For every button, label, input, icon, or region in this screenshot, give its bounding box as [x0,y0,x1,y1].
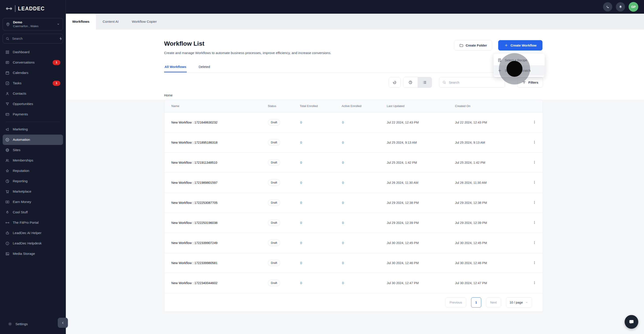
avatar[interactable]: GP [628,2,638,12]
tab-content-ai[interactable]: Content AI [96,14,125,30]
breadcrumb[interactable]: Home [164,94,644,97]
row-actions-button[interactable] [531,119,538,126]
sidebar-item-calendars[interactable]: Calendars [3,68,63,78]
active-enrolled-value[interactable]: 0 [342,121,387,124]
row-actions-button[interactable] [531,179,538,187]
sidebar-item-payments[interactable]: Payments [3,109,63,120]
enrollment-history-button[interactable] [389,77,401,88]
workflow-name[interactable]: New Workflow : 1722340044602 [171,281,268,285]
table-row[interactable]: New Workflow : 1721911348510 Draft 0 0 J… [164,153,543,173]
tab-workflow-copier[interactable]: Workflow Copier [125,14,163,30]
total-enrolled-value[interactable]: 0 [300,281,342,285]
sidebar-item-tasks[interactable]: Tasks 1 [3,78,63,88]
quick-actions-bolt-icon[interactable] [58,36,63,41]
workflow-name[interactable]: New Workflow : 1722253087705 [171,201,268,205]
active-enrolled-value[interactable]: 0 [342,241,387,245]
total-enrolled-value[interactable]: 0 [300,141,342,144]
workflow-search-input[interactable] [448,80,502,84]
active-enrolled-value[interactable]: 0 [342,221,387,225]
total-enrolled-value[interactable]: 0 [300,181,342,185]
notifications-button[interactable] [616,2,625,12]
row-actions-button[interactable] [531,259,538,267]
workflow-name[interactable]: New Workflow : 1721911348510 [171,161,268,164]
sidebar-item-media-storage[interactable]: Media Storage [3,249,63,259]
sidebar-item-reputation[interactable]: Reputation [3,166,63,176]
row-actions-button[interactable] [531,219,538,227]
list-view-button[interactable] [418,77,432,88]
sidebar-item-helpdesk[interactable]: LeadDec Helpdesk [3,238,63,249]
chat-launcher-button[interactable] [624,315,638,329]
total-enrolled-value[interactable]: 0 [300,121,342,124]
active-enrolled-value[interactable]: 0 [342,201,387,205]
sidebar-item-conversations[interactable]: Conversations 1 [3,57,63,68]
table-row[interactable]: New Workflow : 1722340044602 Draft 0 0 J… [164,273,543,293]
active-enrolled-value[interactable]: 0 [342,161,387,164]
table-row[interactable]: New Workflow : 1721895186318 Draft 0 0 J… [164,133,543,153]
active-enrolled-value[interactable]: 0 [342,141,387,144]
total-enrolled-value[interactable]: 0 [300,201,342,205]
table-row[interactable]: New Workflow : 1722339907249 Draft 0 0 J… [164,233,543,253]
row-actions-button[interactable] [531,279,538,287]
sidebar-item-settings[interactable]: Settings [5,319,60,329]
table-row[interactable]: New Workflow : 1722339980581 Draft 0 0 J… [164,253,543,273]
row-actions-button[interactable] [531,139,538,146]
workflow-search[interactable] [439,77,505,88]
total-enrolled-value[interactable]: 0 [300,241,342,245]
total-enrolled-value[interactable]: 0 [300,261,342,265]
active-enrolled-value[interactable]: 0 [342,281,387,285]
tab-deleted[interactable]: Deleted [198,63,210,72]
column-header-last-updated[interactable]: Last Updated [387,104,455,108]
phone-button[interactable] [603,2,612,12]
sidebar-search[interactable] [3,34,63,44]
sidebar-item-reporting[interactable]: Reporting [3,176,63,187]
filters-button[interactable]: Filters [517,77,543,88]
sidebar-item-earn-money[interactable]: Earn Money [3,197,63,207]
sidebar-item-dashboard[interactable]: Dashboard [3,47,63,57]
workflow-name[interactable]: New Workflow : 1722339907249 [171,241,268,245]
sidebar-item-contacts[interactable]: Contacts [3,88,63,99]
next-page-button[interactable]: Next [486,298,501,307]
column-header-status[interactable]: Status [268,104,300,108]
recent-view-button[interactable] [404,77,418,88]
tab-all-workflows[interactable]: All Workflows [164,63,187,72]
row-actions-button[interactable] [531,239,538,247]
sidebar-collapse-button[interactable] [58,318,68,328]
sidebar-item-opportunities[interactable]: Opportunities [3,99,63,109]
row-actions-button[interactable] [531,159,538,166]
column-header-active-enrolled[interactable]: Active Enrolled [342,104,387,108]
sidebar-item-cool-stuff[interactable]: Cool Stuff [3,207,63,218]
location-switcher[interactable]: Demo Caernarfon , Wales [3,18,63,31]
tab-workflows[interactable]: Workflows [66,14,96,30]
column-header-total-enrolled[interactable]: Total Enrolled [300,104,342,108]
table-row[interactable]: New Workflow : 1722253087705 Draft 0 0 J… [164,193,543,213]
total-enrolled-value[interactable]: 0 [300,161,342,164]
create-folder-button[interactable]: Create Folder [454,40,492,51]
workflow-name[interactable]: New Workflow : 1721895186318 [171,141,268,144]
table-row[interactable]: New Workflow : 1721648630232 Draft 0 0 J… [164,112,543,133]
column-header-created-on[interactable]: Created On [455,104,531,108]
sidebar-item-sites[interactable]: Sites [3,145,63,155]
workflow-name[interactable]: New Workflow : 1721989801597 [171,181,268,185]
active-enrolled-value[interactable]: 0 [342,261,387,265]
sidebar-search-input[interactable] [12,36,56,41]
workflow-name[interactable]: New Workflow : 1721648630232 [171,121,268,124]
workflow-name[interactable]: New Workflow : 1722339980581 [171,261,268,265]
menu-item-select-recipe[interactable]: Select a Recipe [494,55,545,65]
active-enrolled-value[interactable]: 0 [342,181,387,185]
sidebar-item-marketing[interactable]: Marketing [3,124,63,134]
create-workflow-button[interactable]: Create Workflow [498,40,542,51]
workflow-name[interactable]: New Workflow : 1722253196038 [171,221,268,225]
menu-item-start-from-scratch[interactable]: Start from Scratch [494,65,545,76]
previous-page-button[interactable]: Previous [445,298,466,307]
row-actions-button[interactable] [531,199,538,207]
sidebar-item-memberships[interactable]: Memberships [3,155,63,166]
sidebar-item-ai-helper[interactable]: LeadDec AI Helper [3,228,63,238]
table-row[interactable]: New Workflow : 1722253196038 Draft 0 0 J… [164,213,543,233]
sidebar-item-marketplace[interactable]: Marketplace [3,187,63,197]
table-row[interactable]: New Workflow : 1721989801597 Draft 0 0 J… [164,173,543,193]
total-enrolled-value[interactable]: 0 [300,221,342,225]
page-number-1[interactable]: 1 [471,297,481,307]
page-size-select[interactable]: 10 / page [506,297,532,307]
column-header-name[interactable]: Name [171,104,268,108]
sidebar-item-automation[interactable]: Automation [3,134,63,145]
